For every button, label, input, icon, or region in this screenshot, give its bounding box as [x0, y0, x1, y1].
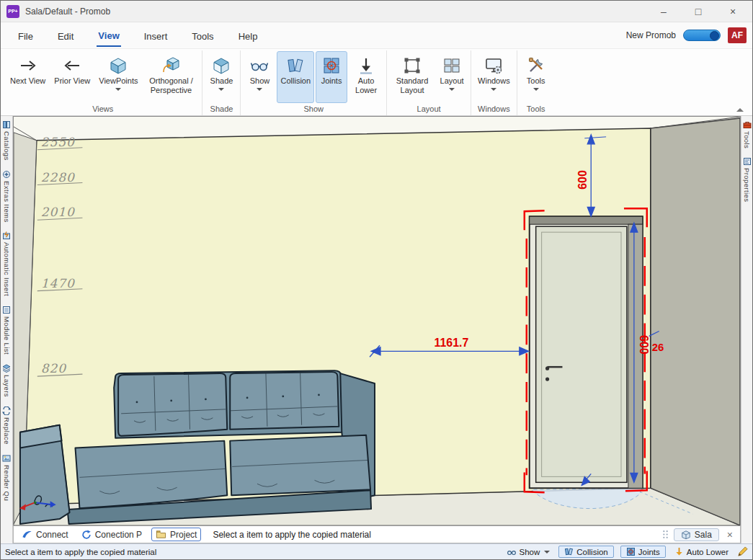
scene-tab-sala[interactable]: Sala [674, 528, 719, 541]
dim-wall-width: 1161.7 [435, 337, 469, 349]
cube-icon [109, 55, 128, 76]
module-list-icon [2, 306, 11, 314]
ribbon-collapse-chevron[interactable] [736, 108, 744, 112]
svg-text:2280: 2280 [41, 170, 75, 185]
close-button[interactable]: × [726, 6, 739, 17]
sidebar-tab-catalogs[interactable]: Catalogs [2, 120, 11, 161]
toggle-knob [710, 31, 719, 40]
next-view-button[interactable]: Next View [6, 51, 49, 103]
chevron-down-icon [491, 88, 496, 91]
joints-icon [626, 547, 636, 556]
standard-layout-icon [403, 55, 422, 76]
render-queue-icon [2, 454, 11, 463]
sidebar-tab-tools-right[interactable]: Tools [743, 120, 752, 148]
monitor-gear-icon [484, 55, 503, 76]
sidebar-tab-module-list[interactable]: Module List [2, 306, 11, 355]
auto-lower-button[interactable]: Auto Lower [349, 51, 383, 103]
layout-grid-icon [442, 55, 461, 76]
project-folder-icon [156, 529, 166, 540]
standard-layout-button[interactable]: Standard Layout [390, 51, 435, 103]
chevron-down-icon [257, 88, 262, 91]
menu-tools[interactable]: Tools [190, 25, 215, 46]
automatic-insert-icon [2, 231, 11, 240]
svg-text:2550: 2550 [41, 135, 75, 149]
menu-bar: File Edit View Insert Tools Help New Pro… [1, 22, 752, 48]
viewport-canvas[interactable]: 2550 2280 2010 1470 820 [14, 117, 740, 525]
sidebar-tab-automatic-insert[interactable]: Automatic Insert [2, 231, 11, 296]
extras-items-icon [2, 170, 11, 179]
new-promob-toggle[interactable] [683, 30, 721, 41]
group-label-views: Views [6, 104, 200, 115]
properties-icon [743, 157, 752, 166]
ribbon: Next View Prior View ViewPoints [1, 48, 752, 116]
new-promob-label: New Promob [626, 30, 676, 40]
sidebar-tab-render-queue[interactable]: Render Qu [2, 454, 11, 501]
group-label-show: Show [243, 104, 384, 115]
connect-button[interactable]: Connect [18, 528, 72, 541]
sidebar-tab-extras-items[interactable]: Extras Items [2, 170, 11, 223]
show-button[interactable]: Show [244, 51, 275, 103]
joints-button[interactable]: Joints [316, 51, 347, 103]
menu-file[interactable]: File [17, 25, 35, 46]
viewport-column: 2550 2280 2010 1470 820 [13, 116, 741, 543]
sidebar-tab-layers[interactable]: Layers [2, 364, 11, 397]
maximize-button[interactable]: □ [692, 6, 705, 17]
layers-icon [2, 364, 11, 373]
layout-button[interactable]: Layout [436, 51, 468, 103]
minimize-button[interactable]: – [657, 6, 670, 17]
menu-help[interactable]: Help [237, 25, 259, 46]
connect-icon [22, 529, 32, 540]
conection-point-button[interactable]: Conection P [78, 529, 146, 541]
pencil-icon[interactable] [737, 546, 748, 557]
sidebar-tab-replace[interactable]: Replace [2, 406, 11, 445]
main-area: Catalogs Extras Items Automatic Insert M… [1, 116, 752, 543]
prior-view-button[interactable]: Prior View [50, 51, 94, 103]
windows-button[interactable]: Windows [474, 51, 514, 103]
ribbon-group-views: Next View Prior View ViewPoints [4, 50, 202, 115]
ribbon-group-tools: Tools Tools [517, 50, 555, 115]
dim-door-top-offset: 600 [576, 170, 589, 190]
dock-bar: Connect Conection P Project Select a ite… [13, 525, 741, 543]
status-collision-button[interactable]: Collision [558, 546, 613, 558]
collision-button[interactable]: Collision [277, 51, 314, 103]
collision-icon [286, 55, 305, 76]
group-label-tools: Tools [520, 104, 553, 115]
window-title: Sala/Default - Promob [25, 6, 110, 17]
chevron-down-icon [449, 88, 455, 91]
right-panel-strip: Tools Properties [741, 116, 752, 543]
menu-view[interactable]: View [97, 25, 120, 47]
project-button[interactable]: Project [151, 528, 201, 541]
menu-insert[interactable]: Insert [143, 25, 169, 46]
replace-icon [2, 406, 11, 415]
tools-icon [527, 55, 545, 76]
status-bar: Select a item to apply the copied materi… [1, 543, 752, 559]
arrow-down-icon [674, 547, 684, 556]
toolbox-icon [743, 120, 752, 129]
drag-grip-icon[interactable] [662, 530, 669, 539]
menu-edit[interactable]: Edit [56, 25, 75, 46]
dim-door-side: 26 [652, 342, 664, 353]
chevron-down-icon [218, 88, 224, 91]
conection-point-icon [81, 530, 92, 540]
scene-tab-close-icon[interactable]: × [724, 529, 736, 541]
glasses-icon [507, 547, 517, 557]
status-joints-button[interactable]: Joints [620, 546, 666, 558]
prior-view-icon [63, 55, 81, 76]
chevron-down-icon [544, 551, 550, 554]
chevron-down-icon [115, 88, 121, 91]
joints-icon [322, 55, 341, 76]
group-label-layout: Layout [389, 104, 468, 115]
status-show-button[interactable]: Show [504, 546, 553, 558]
brand-badge: AF [728, 27, 747, 43]
collision-icon [564, 547, 574, 556]
chevron-down-icon [533, 88, 539, 91]
status-auto-lower-button[interactable]: Auto Lower [672, 546, 731, 557]
sidebar-tab-properties[interactable]: Properties [743, 157, 752, 202]
dim-door-height: 600 [638, 335, 650, 355]
title-bar: PP+ Sala/Default - Promob – □ × [1, 1, 752, 22]
ribbon-group-layout: Standard Layout Layout Layout [387, 50, 471, 115]
shade-button[interactable]: Shade [205, 51, 237, 103]
tools-button[interactable]: Tools [520, 51, 552, 103]
viewpoints-button[interactable]: ViewPoints [95, 51, 141, 103]
orthogonal-perspective-button[interactable]: Orthogonal / Perspective [143, 51, 199, 103]
